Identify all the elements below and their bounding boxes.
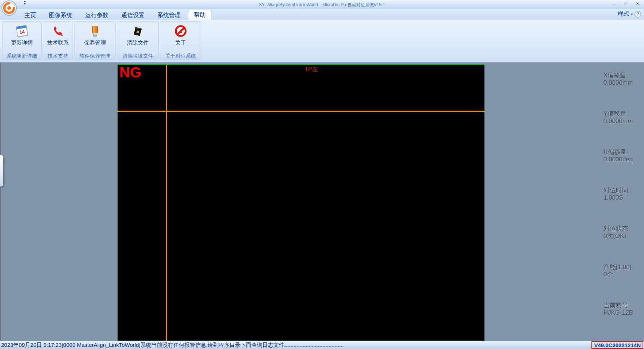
readout-value: 0.0000mm [603, 79, 644, 87]
readout-value: 0.0000mm [603, 118, 644, 125]
window-controls: – □ ✕ [610, 1, 641, 7]
trash-icon [132, 24, 144, 38]
group-label-clear-files: 清除垃圾文件 [117, 52, 158, 60]
tab-run-parameters[interactable]: 运行参数 [80, 11, 114, 20]
readout-value: HJKG-12B [603, 309, 644, 317]
clear-files-button[interactable]: 清除文件 [117, 22, 158, 52]
restore-icon[interactable]: □ [622, 1, 629, 7]
readout-x-offset: X偏移量 0.0000mm [603, 72, 644, 110]
group-label-system-update: 系统更新详细 [3, 52, 41, 60]
crosshair-horizontal-line [118, 111, 484, 112]
readout-align-time: 对位时间 1.000S [603, 187, 644, 225]
title-bar: ▾ SY_AliagnSystemLinkToWorld---MicroDist… [0, 0, 644, 9]
about-label: 关于 [175, 39, 186, 46]
tab-help[interactable]: 帮助 [188, 10, 211, 20]
minimize-icon[interactable]: – [610, 1, 618, 7]
tech-contact-button[interactable]: 技术联系 [43, 22, 73, 52]
readout-panel: X偏移量 0.0000mm Y偏移量 0.0000mm R偏移量 0.0000d… [603, 72, 644, 340]
app-logo-orb[interactable] [1, 0, 17, 16]
status-bar: 2023年09月20日 9:17:23[0000 MasterAlign_Lin… [0, 341, 644, 349]
ribbon-group-tech-support: 技术联系 技术支持 [43, 21, 73, 60]
maintenance-button[interactable]: 保养管理 [74, 22, 115, 52]
crosshair-vertical-line [166, 65, 167, 341]
clear-files-label: 清除文件 [127, 39, 149, 46]
group-label-maintenance: 软件保养管理 [74, 52, 115, 60]
alignment-result-text: NG [119, 64, 141, 81]
calendar-icon: 14 [17, 24, 27, 38]
readout-y-offset: Y偏移量 0.0000mm [603, 110, 644, 149]
group-label-tech-support: 技术支持 [43, 52, 73, 60]
readout-value: 0次(OK) [603, 233, 644, 240]
readout-label: X偏移量 [603, 72, 644, 79]
readout-value: 0个 [603, 271, 644, 278]
application-window: ▾ SY_AliagnSystemLinkToWorld---MicroDist… [0, 0, 644, 349]
readout-r-offset: R偏移量 0.0000deg [603, 149, 644, 187]
status-message: 2023年09月20日 9:17:23[0000 MasterAlign_Lin… [1, 342, 344, 349]
close-icon[interactable]: ✕ [634, 1, 641, 7]
tab-image-system[interactable]: 图像系统 [43, 11, 78, 20]
readout-value: 1.000S [603, 194, 644, 202]
ribbon-help-panel: 14 更新详情 系统更新详细 技术联系 技术支持 [0, 20, 644, 63]
ribbon-group-system-update: 14 更新详情 系统更新详细 [2, 21, 42, 60]
group-label-about: 关于对位系统 [160, 52, 201, 60]
readout-current-part: 当前料号 HJKG-12B [603, 302, 644, 340]
collapsed-panel-handle[interactable] [0, 155, 3, 187]
readout-label: R偏移量 [603, 149, 644, 156]
readout-align-status: 对位状态 0次(OK) [603, 225, 644, 264]
readout-capacity: 产能[1.00] 0个 [603, 264, 644, 302]
readout-label: 对位状态 [603, 225, 644, 233]
update-details-label: 更新详情 [11, 39, 33, 46]
tab-system-management[interactable]: 系统管理 [152, 11, 186, 20]
ribbon-group-about: Z 关于 关于对位系统 [160, 21, 201, 60]
readout-label: 产能[1.00] [603, 264, 644, 271]
readout-value: 0.0000deg [603, 156, 644, 163]
about-button[interactable]: Z 关于 [160, 22, 201, 52]
tab-home[interactable]: 主页 [19, 11, 42, 20]
ribbon-tab-row: 主页 图像系统 运行参数 通信设置 系统管理 帮助 样式 ▾ ? [0, 9, 644, 20]
readout-label: Y偏移量 [603, 110, 644, 118]
camera-position-label: TP左 [304, 66, 318, 73]
phone-icon [53, 24, 64, 38]
readout-label: 对位时间 [603, 187, 644, 194]
style-button[interactable]: 样式 [617, 10, 629, 18]
window-title: SY_AliagnSystemLinkToWorld---MicroDistPr… [0, 2, 644, 8]
app-logo-icon [1, 0, 17, 16]
ribbon-group-maintenance: 保养管理 软件保养管理 [74, 21, 116, 60]
readout-label: 当前料号 [603, 302, 644, 309]
ribbon-group-clear-files: 清除文件 清除垃圾文件 [117, 21, 159, 60]
main-workspace: NG TP左 X偏移量 0.0000mm Y偏移量 0.0000mm R偏移量 … [0, 62, 644, 341]
tab-communication-settings[interactable]: 通信设置 [116, 11, 150, 20]
maintenance-label: 保养管理 [84, 39, 106, 46]
usb-icon [92, 24, 98, 38]
camera-view: NG TP左 [118, 64, 484, 341]
tech-contact-label: 技术联系 [47, 39, 69, 46]
style-dropdown-caret-icon[interactable]: ▾ [631, 12, 633, 16]
style-area: 样式 ▾ ? [617, 10, 641, 18]
help-icon[interactable]: ? [635, 11, 641, 18]
version-badge: V49.0C20221214N [591, 341, 643, 349]
update-details-button[interactable]: 14 更新详情 [3, 22, 41, 52]
about-icon: Z [175, 24, 187, 38]
